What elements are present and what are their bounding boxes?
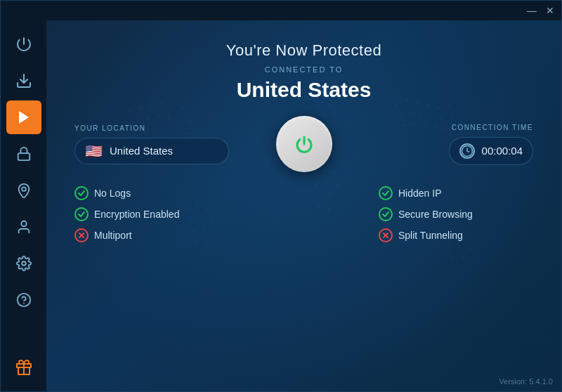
info-row: YOUR LOCATION 🇺🇸 United States (74, 116, 533, 172)
power-button-wrap (276, 116, 332, 172)
page-title: You're Now Protected (226, 41, 381, 60)
svg-point-15 (181, 106, 184, 109)
status-err-icon-2 (379, 228, 393, 242)
svg-point-66 (437, 106, 440, 109)
svg-point-56 (325, 182, 328, 185)
svg-point-85 (451, 257, 454, 260)
status-columns: No Logs Encryption Enabled Multiport (74, 186, 533, 242)
svg-point-3 (22, 187, 26, 191)
close-button[interactable]: ✕ (544, 5, 556, 16)
clock-icon (459, 143, 475, 159)
svg-point-62 (396, 103, 398, 105)
status-col-right: Hidden IP Secure Browsing Split Tunnelin… (379, 186, 533, 242)
svg-point-47 (318, 104, 321, 107)
svg-point-69 (410, 111, 412, 114)
svg-point-4 (21, 221, 26, 226)
sidebar-item-location[interactable] (6, 174, 41, 207)
content-area: You're Now Protected CONNECTED TO United… (46, 20, 561, 391)
status-item-multiport: Multiport (74, 228, 229, 242)
sidebar-item-connect[interactable] (6, 100, 41, 134)
sidebar-item-settings[interactable] (6, 247, 41, 280)
svg-point-11 (140, 106, 143, 109)
svg-point-12 (150, 103, 153, 105)
title-bar: — ✕ (1, 1, 561, 20)
svg-point-52 (311, 173, 314, 176)
version-label: Version: 5.4.1.0 (499, 377, 553, 386)
svg-point-13 (161, 101, 164, 104)
status-ok-icon-2 (74, 207, 89, 221)
svg-point-48 (329, 103, 332, 105)
location-value: United States (110, 145, 173, 157)
svg-point-64 (417, 101, 419, 104)
connection-time-label: CONNECTION TIME (452, 124, 533, 131)
svg-point-5 (22, 261, 26, 266)
hidden-ip-label: Hidden IP (398, 188, 441, 199)
sidebar-item-gift[interactable] (6, 351, 41, 384)
svg-point-10 (129, 110, 132, 112)
connected-to-label: CONNECTED TO (265, 65, 344, 74)
multiport-label: Multiport (94, 230, 132, 241)
status-item-secure-browsing: Secure Browsing (379, 207, 473, 221)
main-layout: You're Now Protected CONNECTED TO United… (1, 20, 561, 391)
encryption-label: Encryption Enabled (94, 209, 179, 220)
svg-point-42 (204, 243, 207, 246)
country-name: United States (237, 78, 372, 102)
us-flag-icon: 🇺🇸 (85, 144, 103, 158)
svg-point-84 (469, 247, 471, 250)
svg-point-46 (308, 106, 311, 109)
sidebar-item-help[interactable] (6, 283, 41, 317)
svg-point-63 (406, 99, 409, 102)
split-tunneling-label: Split Tunneling (398, 230, 463, 241)
svg-marker-1 (19, 111, 29, 124)
power-button[interactable] (276, 116, 332, 172)
sidebar-item-lock[interactable] (6, 137, 41, 171)
no-logs-label: No Logs (94, 188, 131, 199)
app-window: — ✕ (0, 0, 562, 392)
status-ok-icon-3 (379, 186, 393, 200)
status-item-hidden-ip: Hidden IP (379, 186, 441, 200)
location-panel: YOUR LOCATION 🇺🇸 United States (74, 124, 229, 164)
status-err-icon (74, 228, 89, 242)
status-item-no-logs: No Logs (74, 186, 229, 200)
status-item-split-tunneling: Split Tunneling (379, 228, 463, 242)
svg-rect-2 (18, 153, 30, 160)
location-label: YOUR LOCATION (74, 124, 229, 132)
status-ok-icon (74, 186, 89, 200)
sidebar-item-power[interactable] (6, 27, 41, 61)
status-ok-icon-4 (379, 207, 393, 221)
sidebar-item-account[interactable] (6, 210, 41, 244)
sidebar-item-download[interactable] (6, 64, 41, 98)
secure-browsing-label: Secure Browsing (398, 209, 473, 220)
svg-point-14 (171, 103, 174, 105)
connection-time-value-box: 00:00:04 (449, 137, 533, 165)
status-item-encryption: Encryption Enabled (74, 207, 229, 221)
svg-point-65 (427, 104, 430, 107)
location-value-box[interactable]: 🇺🇸 United States (74, 138, 229, 164)
connection-time-panel: CONNECTION TIME 00:00:04 (379, 124, 533, 165)
svg-point-67 (447, 103, 450, 105)
status-col-left: No Logs Encryption Enabled Multiport (74, 186, 229, 242)
svg-point-82 (447, 247, 450, 249)
minimize-button[interactable]: — (526, 5, 537, 16)
svg-point-83 (458, 245, 461, 248)
sidebar (1, 20, 46, 391)
svg-point-86 (462, 256, 464, 259)
connection-time-value: 00:00:04 (482, 145, 523, 157)
